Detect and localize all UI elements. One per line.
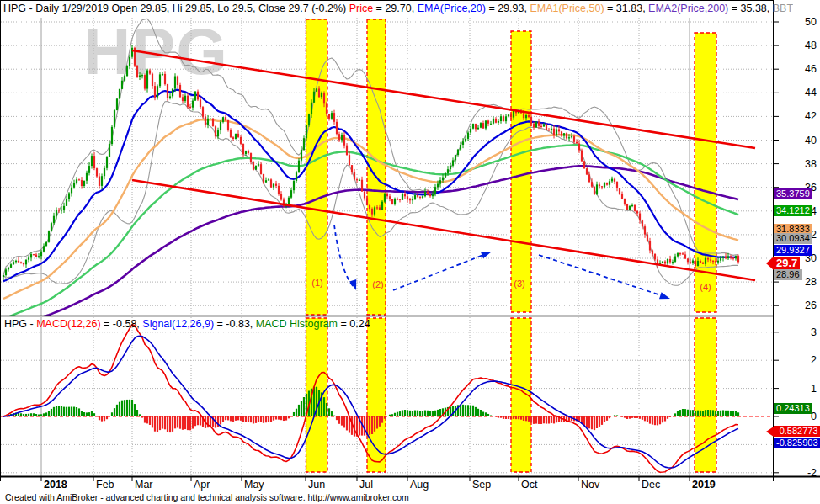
wave-annotation: (4) — [700, 282, 711, 292]
tag-value: -0.582773 — [774, 426, 820, 437]
macd-pane-title: HPG - MACD(12,26) = -0.58, Signal(12,26,… — [4, 318, 370, 330]
price-axis-label: 48 — [783, 40, 817, 51]
time-axis-label: 2019 — [692, 479, 716, 491]
time-axis-label: 2018 — [44, 479, 67, 491]
price-axis-label: 50 — [783, 16, 817, 28]
tag-value: 0.24313 — [774, 403, 812, 414]
tag-value: 34.1212 — [774, 205, 812, 216]
time-axis-label: Sep — [472, 479, 491, 491]
title-segment: = 29.70, — [373, 3, 417, 14]
amibroker-chart-window: HPG HPG - Daily 1/29/2019 Open 29.85, Hi… — [0, 0, 820, 504]
title-segment: HPG - Daily 1/29/2019 Open 29.85, Hi 29.… — [3, 3, 349, 14]
title-segment: EMA(Price,20) — [418, 3, 486, 14]
time-axis-label: Jul — [359, 479, 373, 491]
tag-value: 35.3759 — [774, 188, 812, 199]
chart-labels-layer: HPG - Daily 1/29/2019 Open 29.85, Hi 29.… — [0, 0, 820, 504]
wave-annotation: (3) — [514, 279, 524, 289]
tag-value: 29.7 — [774, 257, 800, 270]
title-segment: EMA2(Price,200) — [648, 3, 728, 14]
tag-value: 28.96 — [774, 269, 802, 280]
title-segment: = 35.38, — [728, 3, 772, 14]
tag-arrow-icon — [766, 427, 774, 437]
time-axis-label: Feb — [96, 479, 114, 491]
price-axis-label: 46 — [783, 63, 817, 75]
title-segment: = 29.93, — [486, 3, 530, 14]
title-segment: HPG - — [4, 318, 36, 330]
time-axis-label: Aug — [410, 479, 429, 491]
macd-axis-label: -2 — [783, 467, 817, 479]
title-segment: Price — [349, 3, 373, 14]
price-value-tag: 35.3759 — [774, 188, 812, 199]
macd-axis-label: 3 — [783, 326, 817, 338]
macd-value-tag: -0.582773 — [766, 426, 820, 437]
time-axis-label: Mar — [135, 479, 153, 491]
time-axis-label: May — [244, 479, 264, 491]
macd-value-tag: 0.24313 — [774, 403, 812, 414]
title-segment: = -0.83, — [214, 318, 256, 330]
price-pane-title: HPG - Daily 1/29/2019 Open 29.85, Hi 29.… — [3, 3, 793, 14]
price-axis-label: 44 — [783, 87, 817, 98]
time-axis-label: Nov — [581, 479, 599, 491]
tag-value: -0.825903 — [774, 438, 820, 448]
time-axis-label: Apr — [194, 479, 210, 491]
price-axis-label: 40 — [783, 135, 817, 146]
price-value-tag: 28.96 — [774, 269, 802, 280]
tag-arrow-icon — [766, 257, 774, 270]
title-segment: MACD Histogram — [256, 318, 338, 330]
title-segment: EMA1(Price,50) — [530, 3, 604, 14]
price-value-tag: 29.7 — [766, 257, 800, 270]
price-value-tag: 30.0934 — [774, 233, 812, 244]
price-axis-label: 26 — [783, 300, 817, 311]
title-segment: MACD(12,26) — [36, 318, 100, 330]
macd-axis-label: 1 — [783, 383, 817, 395]
title-segment: = 0.24 — [338, 318, 370, 330]
title-segment: = -0.58, — [101, 318, 143, 330]
title-segment: BBT — [773, 3, 793, 14]
macd-value-tag: -0.825903 — [774, 438, 820, 448]
title-segment: = 31.83, — [604, 3, 648, 14]
time-axis-label: Oct — [521, 479, 537, 491]
time-axis-label: Jun — [308, 479, 325, 491]
macd-axis-label: 2 — [783, 354, 817, 366]
wave-annotation: (2) — [372, 279, 383, 289]
price-axis-label: 38 — [783, 158, 817, 170]
tag-value: 29.9327 — [774, 245, 812, 256]
time-axis-label: Dec — [642, 479, 660, 491]
price-value-tag: 29.9327 — [774, 245, 812, 256]
price-axis-label: 42 — [783, 110, 817, 122]
amibroker-footer: Created with AmiBroker - advanced charti… — [5, 492, 409, 502]
title-segment: Signal(12,26,9) — [142, 318, 214, 330]
tag-value: 30.0934 — [774, 233, 812, 244]
wave-annotation: (1) — [311, 278, 322, 288]
price-value-tag: 34.1212 — [774, 205, 812, 216]
